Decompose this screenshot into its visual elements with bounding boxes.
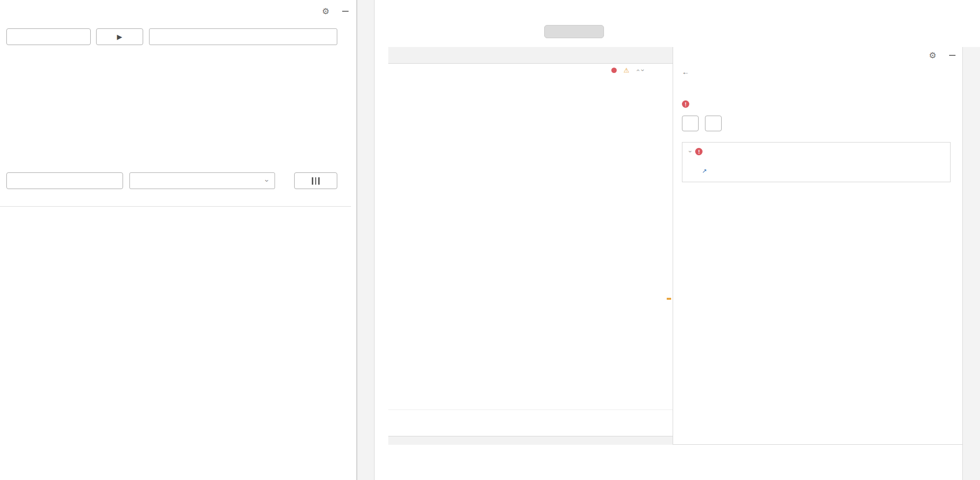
chevron-expanded-icon: ›: [687, 150, 694, 152]
breadcrumb: [388, 409, 673, 421]
warning-indicator-icon: ⚠: [624, 68, 629, 73]
columns-icon: [312, 177, 320, 185]
app-links-assistant-panel: ⚙ ← ! › ! ↗: [673, 47, 962, 445]
columns-button[interactable]: [294, 172, 337, 189]
checks-card: › ! ↗: [682, 142, 951, 182]
gear-icon[interactable]: ⚙: [322, 6, 329, 17]
fix-all-manifest-issues-button[interactable]: [6, 172, 123, 189]
bottom-tool-bar: [388, 436, 673, 445]
fix-app-check-failures-button[interactable]: [682, 116, 699, 131]
search-links-input[interactable]: [149, 28, 337, 45]
error-icon: !: [682, 100, 689, 108]
links-table: [0, 192, 351, 480]
chevron-down-icon: ›: [264, 180, 272, 182]
play-icon: ▶: [117, 33, 123, 41]
error-icon: !: [695, 148, 703, 155]
link-failed-message: !: [682, 100, 955, 108]
window-title-bar: ⚙: [0, 0, 356, 23]
tool-window-strip-right: [962, 47, 980, 480]
editor-tab-bar: [388, 47, 673, 64]
back-arrow-icon: ←: [682, 68, 689, 76]
gear-icon[interactable]: ⚙: [929, 50, 936, 61]
next-issue-icon[interactable]: ›: [639, 69, 647, 71]
editor-bottom-tabs: [388, 421, 673, 436]
run-link-checks-button[interactable]: ▶: [96, 28, 143, 45]
window-fragment: [544, 25, 604, 38]
check-data-tag[interactable]: › !: [689, 148, 943, 155]
links-table-header: [0, 192, 351, 207]
scrollbar-warning-mark: [667, 298, 671, 300]
run-checks-button[interactable]: [705, 116, 722, 131]
code-editor[interactable]: [388, 64, 673, 409]
error-indicator-icon: [611, 68, 617, 73]
minimize-icon[interactable]: [342, 11, 349, 12]
inspections-widget[interactable]: ⚠ › ›: [607, 65, 648, 75]
create-applink-button[interactable]: [6, 28, 91, 45]
last-run-status: [7, 158, 11, 167]
tool-window-strip-left: [357, 0, 375, 480]
external-link-icon: ↗: [702, 168, 707, 174]
back-to-list-link[interactable]: ←: [682, 68, 955, 76]
assistant-panel-header: ⚙: [673, 47, 962, 64]
links-filter-dropdown[interactable]: ›: [129, 172, 275, 189]
app-links-assistant-window: ⚙ ▶ ›: [0, 0, 357, 480]
minimize-icon[interactable]: [949, 55, 955, 56]
